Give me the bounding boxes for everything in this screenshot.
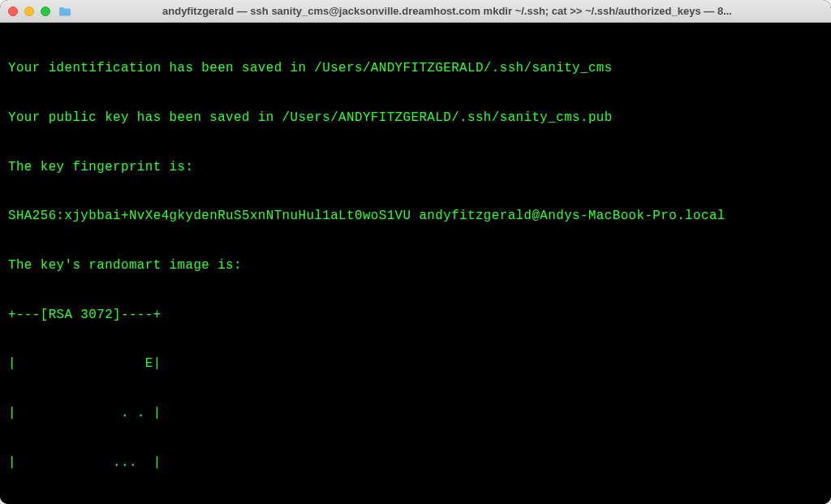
- maximize-button[interactable]: [41, 6, 50, 16]
- traffic-lights: [8, 6, 50, 16]
- terminal-window: andyfitzgerald — ssh sanity_cms@jacksonv…: [0, 0, 831, 504]
- window-titlebar[interactable]: andyfitzgerald — ssh sanity_cms@jacksonv…: [0, 0, 831, 23]
- terminal-line: SHA256:xjybbai+NvXe4gkydenRuS5xnNTnuHul1…: [8, 208, 823, 224]
- terminal-line: +---[RSA 3072]----+: [8, 307, 823, 323]
- folder-icon: [58, 6, 71, 17]
- terminal-line: | E|: [8, 355, 823, 372]
- window-title: andyfitzgerald — ssh sanity_cms@jacksonv…: [71, 5, 823, 17]
- terminal-line: | ... |: [8, 454, 823, 471]
- close-button[interactable]: [8, 6, 18, 16]
- terminal-line: The key fingerprint is:: [8, 159, 823, 175]
- terminal-line: | . . |: [8, 405, 823, 421]
- terminal-line: Your public key has been saved in /Users…: [8, 110, 823, 126]
- terminal-line: The key's randomart image is:: [8, 257, 823, 274]
- terminal-line: Your identification has been saved in /U…: [8, 60, 823, 76]
- minimize-button[interactable]: [24, 6, 34, 16]
- terminal-output[interactable]: Your identification has been saved in /U…: [0, 23, 831, 504]
